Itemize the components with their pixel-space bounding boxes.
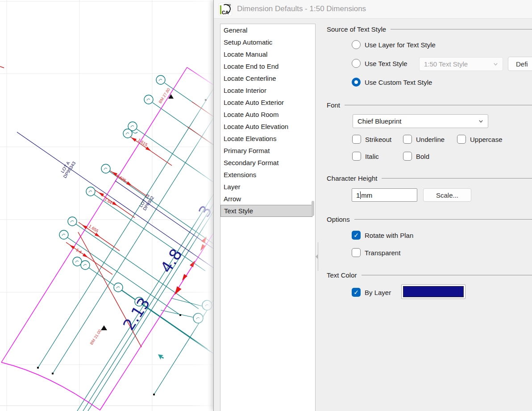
nav-item-locate-centerline[interactable]: Locate Centerline bbox=[220, 72, 312, 84]
nav-item-arrow[interactable]: Arrow bbox=[220, 193, 312, 205]
icon-x15-text: X15 bbox=[227, 4, 231, 6]
svg-text:1.625: 1.625 bbox=[116, 173, 127, 183]
character-height-value: 1 bbox=[356, 191, 360, 199]
font-family-value: Chief Blueprint bbox=[357, 117, 478, 125]
radio-use-text-style-row[interactable]: Use Text Style bbox=[352, 58, 407, 68]
section-rule bbox=[345, 105, 532, 105]
text-color-swatch bbox=[403, 286, 464, 297]
chevron-down-icon bbox=[478, 119, 483, 124]
section-text-color: Text Color bbox=[327, 270, 532, 279]
section-options: Options bbox=[327, 215, 532, 224]
nav-item-locate-end-to-end[interactable]: Locate End to End bbox=[220, 60, 312, 72]
underline-checkbox[interactable] bbox=[403, 135, 412, 144]
bold-row[interactable]: Bold bbox=[403, 151, 429, 161]
nav-item-locate-interior[interactable]: Locate Interior bbox=[220, 84, 312, 96]
text-style-select: 1:50 Text Style bbox=[419, 57, 503, 71]
nav-item-extensions[interactable]: Extensions bbox=[220, 169, 312, 181]
nav-list-scrollbar-thumb[interactable] bbox=[312, 201, 314, 216]
section-rule bbox=[391, 29, 532, 29]
text-style-select-value: 1:50 Text Style bbox=[424, 60, 493, 68]
nav-item-locate-auto-exterior[interactable]: Locate Auto Exterior bbox=[220, 96, 312, 108]
strikeout-row[interactable]: Strikeout bbox=[352, 134, 391, 144]
section-title: Text Color bbox=[327, 271, 357, 279]
use-text-style-label: Use Text Style bbox=[365, 60, 407, 67]
character-height-input[interactable]: 1mm bbox=[352, 188, 417, 202]
italic-checkbox[interactable] bbox=[352, 152, 361, 161]
grid-lines bbox=[0, 0, 213, 411]
text-caret bbox=[360, 191, 361, 199]
section-character-height: Character Height bbox=[327, 174, 532, 183]
use-text-style-radio[interactable] bbox=[352, 59, 361, 68]
use-layer-label: Use Layer for Text Style bbox=[365, 41, 436, 49]
uppercase-label: Uppercase bbox=[470, 136, 503, 143]
settings-nav-list: General Setup Automatic Locate Manual Lo… bbox=[220, 24, 316, 411]
text-color-swatch-button[interactable] bbox=[401, 284, 466, 299]
nav-item-primary-format[interactable]: Primary Format bbox=[220, 145, 312, 157]
section-rule bbox=[382, 178, 532, 179]
dialog-title: Dimension Defaults - 1:50 Dimensions bbox=[237, 4, 366, 13]
transparent-label: Transparent bbox=[365, 249, 400, 257]
svg-text:2.13: 2.13 bbox=[120, 295, 154, 333]
svg-text:BM 31.00: BM 31.00 bbox=[89, 328, 102, 345]
survey-point-markers bbox=[59, 75, 212, 323]
lot-boundary bbox=[1, 67, 213, 410]
splitter-grip-icon bbox=[316, 254, 318, 259]
by-layer-checkbox[interactable] bbox=[352, 288, 361, 297]
underline-row[interactable]: Underline bbox=[403, 134, 445, 144]
transparent-row[interactable]: Transparent bbox=[352, 248, 400, 257]
rotate-with-plan-row[interactable]: Rotate with Plan bbox=[352, 230, 413, 240]
section-rule bbox=[362, 275, 532, 275]
scale-button[interactable]: Scale... bbox=[423, 188, 471, 202]
rotate-with-plan-checkbox[interactable] bbox=[352, 231, 361, 240]
bold-checkbox[interactable] bbox=[403, 152, 412, 161]
icon-ca-text: CA bbox=[222, 10, 229, 15]
nav-item-general[interactable]: General bbox=[220, 24, 312, 36]
transparent-checkbox[interactable] bbox=[352, 248, 361, 257]
nav-item-layer[interactable]: Layer bbox=[220, 181, 312, 193]
benchmark-triangles bbox=[37, 94, 207, 395]
chevron-down-icon bbox=[493, 62, 498, 66]
italic-row[interactable]: Italic bbox=[352, 151, 379, 161]
section-source-of-text-style: Source of Text Style bbox=[327, 25, 532, 33]
character-height-unit: mm bbox=[361, 191, 372, 199]
bold-label: Bold bbox=[416, 153, 429, 160]
uppercase-row[interactable]: Uppercase bbox=[457, 134, 503, 144]
section-title: Source of Text Style bbox=[327, 25, 386, 33]
dimension-defaults-dialog: CA X15 Dimension Defaults - 1:50 Dimensi… bbox=[213, 0, 532, 411]
nav-item-text-style[interactable]: Text Style bbox=[220, 205, 312, 217]
pan-cursor-icon bbox=[158, 354, 164, 360]
font-family-select[interactable]: Chief Blueprint bbox=[353, 114, 488, 128]
strikeout-checkbox[interactable] bbox=[352, 135, 361, 144]
by-layer-label: By Layer bbox=[365, 289, 391, 296]
italic-label: Italic bbox=[365, 153, 379, 160]
use-custom-label: Use Custom Text Style bbox=[365, 79, 432, 86]
uppercase-checkbox[interactable] bbox=[457, 135, 466, 144]
svg-text:1.655: 1.655 bbox=[88, 224, 100, 233]
radio-use-custom-row[interactable]: Use Custom Text Style bbox=[352, 77, 432, 87]
nav-item-locate-auto-elevation[interactable]: Locate Auto Elevation bbox=[220, 120, 312, 133]
rotate-with-plan-label: Rotate with Plan bbox=[365, 232, 413, 239]
lot-a-label: LOT A DP95343 bbox=[58, 158, 76, 179]
annotation-lines bbox=[0, 66, 213, 347]
section-title: Font bbox=[327, 101, 340, 109]
nav-item-setup-automatic[interactable]: Setup Automatic bbox=[220, 36, 312, 48]
radio-use-layer-row[interactable]: Use Layer for Text Style bbox=[352, 40, 436, 50]
nav-item-locate-manual[interactable]: Locate Manual bbox=[220, 48, 312, 60]
section-title: Options bbox=[327, 216, 350, 223]
section-font: Font bbox=[327, 100, 532, 109]
dialog-titlebar[interactable]: CA X15 Dimension Defaults - 1:50 Dimensi… bbox=[214, 0, 532, 19]
strikeout-label: Strikeout bbox=[365, 136, 391, 143]
define-button[interactable]: Defi bbox=[508, 57, 532, 71]
section-title: Character Height bbox=[327, 174, 377, 182]
panel-splitter[interactable] bbox=[318, 242, 318, 271]
section-rule bbox=[354, 219, 532, 220]
underline-label: Underline bbox=[416, 136, 445, 143]
nav-item-locate-auto-room[interactable]: Locate Auto Room bbox=[220, 108, 312, 120]
svg-text:4.8: 4.8 bbox=[157, 245, 186, 276]
nav-item-secondary-format[interactable]: Secondary Format bbox=[220, 157, 312, 169]
use-layer-radio[interactable] bbox=[352, 40, 361, 49]
chief-architect-app-icon: CA X15 bbox=[219, 3, 232, 16]
use-custom-radio[interactable] bbox=[352, 78, 361, 87]
nav-item-locate-elevations[interactable]: Locate Elevations bbox=[220, 133, 312, 145]
by-layer-row[interactable]: By Layer bbox=[352, 287, 391, 297]
